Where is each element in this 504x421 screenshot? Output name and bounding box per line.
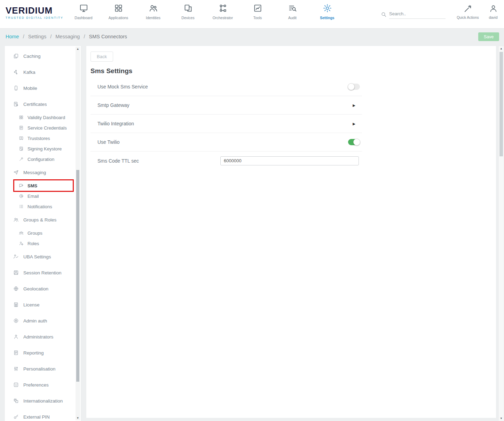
sidebar-item-personalisation[interactable]: Personalisation (5, 361, 81, 377)
sidebar-item-admin-auth[interactable]: Admin auth (5, 313, 81, 329)
nav-devices[interactable]: Devices (171, 3, 205, 20)
sidebar-item-configuration[interactable]: Configuration (5, 154, 81, 164)
sidebar-item-caching[interactable]: Caching (5, 48, 81, 64)
sidebar-item-certificates[interactable]: Certificates (5, 96, 81, 112)
nav-applications[interactable]: Applications (101, 3, 136, 20)
expand-arrow-icon[interactable]: ▶ (353, 103, 355, 107)
email-icon (19, 194, 24, 198)
search-icon[interactable] (381, 11, 387, 17)
sidebar-item-label: Messaging (23, 170, 46, 175)
setting-row-smtp-gateway[interactable]: Smtp Gateway ▶ (90, 96, 362, 115)
breadcrumb-messaging[interactable]: Messaging (55, 34, 80, 39)
sms-code-ttl-input[interactable] (220, 156, 359, 165)
back-button[interactable]: Back (90, 52, 113, 62)
sidebar-item-label: Preferences (23, 382, 49, 388)
top-header: VERIDIUM TRUSTED DIGITAL IDENTITY Dashbo… (0, 0, 504, 29)
admin-auth-icon (13, 318, 19, 323)
sidebar-item-sms[interactable]: SMS (5, 180, 81, 191)
setting-row-twilio-integration[interactable]: Twilio Integration ▶ (90, 115, 362, 133)
sidebar-item-label: Administrators (23, 334, 53, 340)
nav-settings[interactable]: Settings (310, 3, 345, 20)
veridium-logo[interactable]: VERIDIUM TRUSTED DIGITAL IDENTITY (6, 6, 63, 20)
signing-keystore-icon (19, 146, 24, 151)
personalisation-icon (13, 366, 19, 372)
roles-icon (19, 241, 24, 246)
sidebar-item-groups[interactable]: Groups (5, 228, 81, 238)
page-scrollbar[interactable]: ▲ ▼ (499, 46, 504, 421)
sidebar-item-validity-dashboard[interactable]: Validity Dashboard (5, 112, 81, 123)
save-button[interactable]: Save (478, 32, 499, 41)
sidebar-item-preferences[interactable]: Preferences (5, 377, 81, 393)
sidebar-item-signing-keystore[interactable]: Signing Keystore (5, 143, 81, 154)
sidebar-item-reporting[interactable]: Reporting (5, 345, 81, 361)
sidebar-item-label: Groups & Roles (23, 217, 56, 223)
sidebar-item-administrators[interactable]: Administrators (5, 329, 81, 345)
sidebar-item-email[interactable]: Email (5, 191, 81, 201)
sidebar-scrollbar[interactable]: ▲ ▼ (76, 47, 80, 420)
breadcrumb-bar: Home / Settings / Messaging / SMS Connec… (0, 29, 504, 46)
configuration-icon (19, 157, 24, 162)
nav-label: Tools (253, 16, 262, 20)
reporting-icon (13, 350, 19, 356)
setting-row-use-twilio: Use Twilio (90, 133, 362, 151)
scroll-up-icon[interactable]: ▲ (76, 47, 80, 51)
external-pin-icon (13, 414, 19, 420)
sidebar-item-roles[interactable]: Roles (5, 238, 81, 249)
breadcrumb-current: SMS Connectors (89, 34, 127, 39)
sidebar-item-groups-roles[interactable]: Groups & Roles (5, 212, 81, 228)
sidebar-item-internationalization[interactable]: Internationalization (5, 393, 81, 409)
administrators-icon (13, 334, 19, 340)
scroll-down-icon[interactable]: ▼ (76, 416, 80, 420)
setting-label: Use Twilio (97, 139, 120, 145)
page-title: Sms Settings (90, 67, 496, 75)
sidebar-item-service-credentials[interactable]: Service Credentials (5, 123, 81, 133)
sms-icon (19, 183, 24, 188)
sidebar-item-label: Mobile (23, 86, 37, 91)
search-input[interactable] (389, 9, 446, 19)
use-mock-sms-toggle[interactable] (348, 84, 360, 90)
expand-arrow-icon[interactable]: ▶ (353, 122, 355, 126)
nav-orchestrator[interactable]: Orchestrator (205, 3, 240, 20)
nav-tools[interactable]: Tools (240, 3, 275, 20)
scroll-up-icon[interactable]: ▲ (499, 46, 504, 51)
sidebar-item-label: Roles (27, 241, 39, 246)
sidebar-item-kafka[interactable]: Kafka (5, 64, 81, 80)
sidebar-item-truststores[interactable]: Truststores (5, 133, 81, 143)
notifications-icon (19, 204, 24, 209)
setting-label: Sms Code TTL sec (97, 158, 139, 164)
sidebar-item-geolocation[interactable]: Geolocation (5, 281, 81, 297)
scroll-down-icon[interactable]: ▼ (499, 416, 504, 421)
applications-icon (114, 3, 123, 13)
quick-actions-button[interactable]: Quick Actions (455, 4, 480, 20)
sidebar-item-label: Admin auth (23, 318, 47, 323)
breadcrumb-settings[interactable]: Settings (28, 34, 46, 39)
internationalization-icon (13, 398, 19, 404)
sidebar-item-label: UBA Settings (23, 254, 51, 259)
nav-audit[interactable]: Audit (275, 3, 310, 20)
orchestrator-icon (218, 3, 228, 13)
nav-dashboard[interactable]: Dashboard (66, 3, 101, 20)
breadcrumb-home[interactable]: Home (6, 34, 19, 39)
toggle-knob (348, 83, 355, 90)
sidebar-item-license[interactable]: License (5, 297, 81, 313)
mobile-icon (13, 85, 19, 91)
sidebar-item-label: Signing Keystore (27, 146, 62, 151)
sidebar-item-uba-settings[interactable]: UBA Settings (5, 249, 81, 265)
nav-identities[interactable]: Identities (136, 3, 171, 20)
sidebar-item-notifications[interactable]: Notifications (5, 201, 81, 212)
primary-nav: Dashboard Applications Identities Device… (66, 3, 345, 20)
sidebar-item-session-retention[interactable]: Session Retention (5, 265, 81, 281)
audit-icon (288, 3, 297, 13)
page-scrollbar-thumb[interactable] (499, 52, 503, 156)
user-menu[interactable]: david (485, 4, 502, 20)
sidebar-item-label: Personalisation (23, 366, 55, 372)
sidebar-item-messaging[interactable]: Messaging (5, 164, 81, 180)
use-twilio-toggle[interactable] (348, 139, 360, 145)
sidebar-item-external-pin[interactable]: External PIN (5, 409, 81, 421)
sidebar-item-label: Certificates (23, 102, 47, 107)
sidebar-item-mobile[interactable]: Mobile (5, 80, 81, 96)
sidebar-scrollbar-thumb[interactable] (76, 170, 79, 382)
nav-label: Applications (109, 16, 128, 20)
sidebar-item-label: Truststores (27, 136, 50, 141)
setting-label: Smtp Gateway (97, 102, 129, 108)
